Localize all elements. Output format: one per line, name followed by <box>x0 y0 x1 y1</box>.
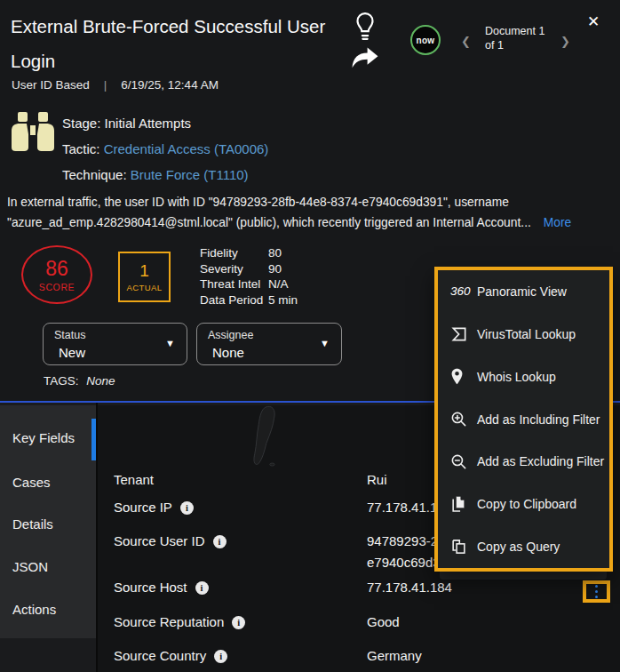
field-label: Source Reputation <box>114 612 224 633</box>
kebab-highlight-box <box>583 580 610 603</box>
sidebar-divider <box>96 403 98 672</box>
tab-json[interactable]: JSON <box>12 558 48 576</box>
info-icon[interactable] <box>195 581 209 595</box>
risk-score-circle: 86 SCORE <box>21 245 92 304</box>
field-label: Source IP <box>114 497 172 518</box>
description-line-1: In external traffic, the user ID with ID… <box>7 193 571 213</box>
status-dropdown-value: New <box>59 345 85 360</box>
zoom-out-filter-icon <box>450 453 477 470</box>
360-icon: 360 <box>450 284 471 298</box>
next-document-chevron-icon[interactable]: ❯ <box>560 35 570 48</box>
field-value: 77.178.41.184 <box>367 577 452 598</box>
tab-key-fields[interactable]: Key Fields <box>12 429 75 447</box>
incident-category: User ID Based <box>12 78 90 92</box>
tactic-line: Tactic: Credential Access (TA0006) <box>62 140 268 158</box>
close-icon[interactable]: ✕ <box>587 12 600 31</box>
servicenow-logo-text: now <box>417 36 435 45</box>
binoculars-icon <box>9 112 57 155</box>
actual-count-box: 1 ACTUAL <box>118 252 171 302</box>
stage-value: Initial Attempts <box>105 116 192 131</box>
tactic-link[interactable]: Credential Access (TA0006) <box>104 141 269 156</box>
actual-count-value: 1 <box>139 262 149 280</box>
metric-threat-intel: Threat Intel N/A <box>200 276 298 292</box>
field-label: Source Host <box>114 577 187 598</box>
active-tab-indicator <box>91 419 96 460</box>
servicenow-logo[interactable]: now <box>410 25 441 55</box>
stage-line: Stage: Initial Attempts <box>62 115 191 132</box>
context-menu: 360 Panoramic View VirusTotal Lookup Who… <box>434 267 613 572</box>
metrics-list: Fidelity 80 Severity 90 Threat Intel N/A… <box>200 245 298 308</box>
menu-item-add-including-filter[interactable]: Add as Including Filter <box>438 398 609 441</box>
field-value: 77.178.41.1 <box>367 497 437 518</box>
field-label: Source Country <box>114 645 206 667</box>
risk-score-label: SCORE <box>39 282 75 292</box>
tab-actions[interactable]: Actions <box>12 601 56 619</box>
lightbulb-icon[interactable] <box>354 12 377 45</box>
share-icon[interactable] <box>351 47 378 75</box>
tags-row: TAGS: None <box>44 374 115 388</box>
page-title: External Brute-Forced Successful User Lo… <box>11 9 350 78</box>
technique-line: Technique: Brute Force (T1110) <box>62 166 249 184</box>
assignee-dropdown-value: None <box>212 345 244 360</box>
description-line-2: "azure_ad_emp.4282980414@stml.local" (pu… <box>7 213 571 234</box>
menu-item-copy-as-query[interactable]: Copy as Query <box>438 525 609 568</box>
stage-label: Stage: <box>62 116 100 131</box>
info-icon[interactable] <box>180 501 194 515</box>
metric-fidelity: Fidelity 80 <box>200 245 298 261</box>
menu-item-panoramic-view[interactable]: 360 Panoramic View <box>438 270 609 313</box>
location-pin-icon <box>450 368 477 385</box>
chevron-down-icon: ▼ <box>165 338 175 348</box>
metric-data-period: Data Period 5 min <box>200 292 298 308</box>
clipboard-icon <box>450 495 477 513</box>
tactic-label: Tactic: <box>62 141 100 156</box>
menu-item-virustotal-lookup[interactable]: VirusTotal Lookup <box>438 313 609 356</box>
info-icon[interactable] <box>232 616 245 629</box>
info-icon[interactable] <box>213 535 227 548</box>
document-pagination: Document 1 of 1 <box>485 24 551 52</box>
menu-item-copy-to-clipboard[interactable]: Copy to Clipboard <box>438 483 609 525</box>
tags-label: TAGS: <box>44 374 79 388</box>
field-label: Source User ID <box>114 531 205 552</box>
world-map-fragment <box>240 405 295 473</box>
field-value: 94789293-2 e7940c69d3 <box>367 531 441 573</box>
field-value: Good <box>367 612 400 633</box>
incident-datetime: 6/19/25, 12:44 AM <box>121 78 219 92</box>
tags-value: None <box>86 374 115 388</box>
menu-item-whois-lookup[interactable]: Whois Lookup <box>438 356 609 398</box>
previous-document-chevron-icon[interactable]: ❮ <box>461 35 471 48</box>
actual-count-label: ACTUAL <box>127 283 163 292</box>
more-link[interactable]: More <box>544 216 571 229</box>
virustotal-icon <box>450 325 477 343</box>
incident-meta: User ID Based | 6/19/25, 12:44 AM <box>12 78 219 92</box>
assignee-dropdown-label: Assignee <box>208 329 253 341</box>
technique-link[interactable]: Brute Force (T1110) <box>131 167 249 182</box>
tab-details[interactable]: Details <box>12 516 53 533</box>
field-value: Germany <box>367 645 422 667</box>
field-value: Rui <box>367 469 387 491</box>
metric-severity: Severity 90 <box>200 261 298 277</box>
zoom-in-filter-icon <box>450 411 477 428</box>
meta-separator: | <box>104 78 107 92</box>
tab-cases[interactable]: Cases <box>12 474 51 492</box>
status-dropdown[interactable]: Status New ▼ <box>43 323 187 365</box>
risk-score-value: 86 <box>45 258 68 279</box>
incident-description: In external traffic, the user ID with ID… <box>7 193 571 233</box>
kebab-menu-icon[interactable] <box>595 585 599 599</box>
field-label: Tenant <box>114 469 154 491</box>
chevron-down-icon: ▼ <box>320 338 330 348</box>
info-icon[interactable] <box>214 650 227 663</box>
status-dropdown-label: Status <box>54 329 85 341</box>
copy-icon <box>450 538 477 556</box>
incident-detail-panel: External Brute-Forced Successful User Lo… <box>0 0 620 672</box>
assignee-dropdown[interactable]: Assignee None ▼ <box>196 323 342 365</box>
menu-item-add-excluding-filter[interactable]: Add as Excluding Filter <box>438 440 609 483</box>
technique-label: Technique: <box>62 167 127 182</box>
